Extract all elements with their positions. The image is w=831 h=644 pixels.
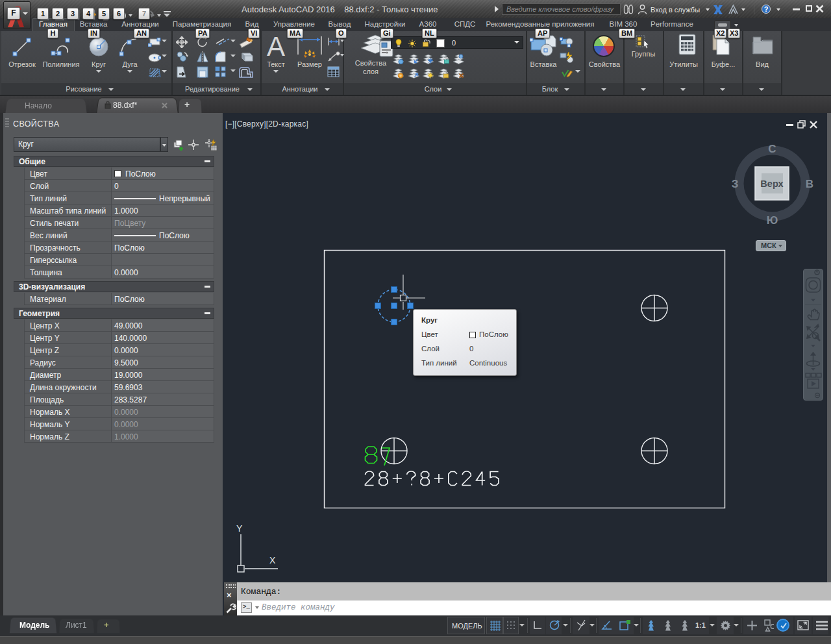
svg-text:X: X [269, 555, 276, 565]
svg-text:Y: Y [236, 523, 243, 534]
